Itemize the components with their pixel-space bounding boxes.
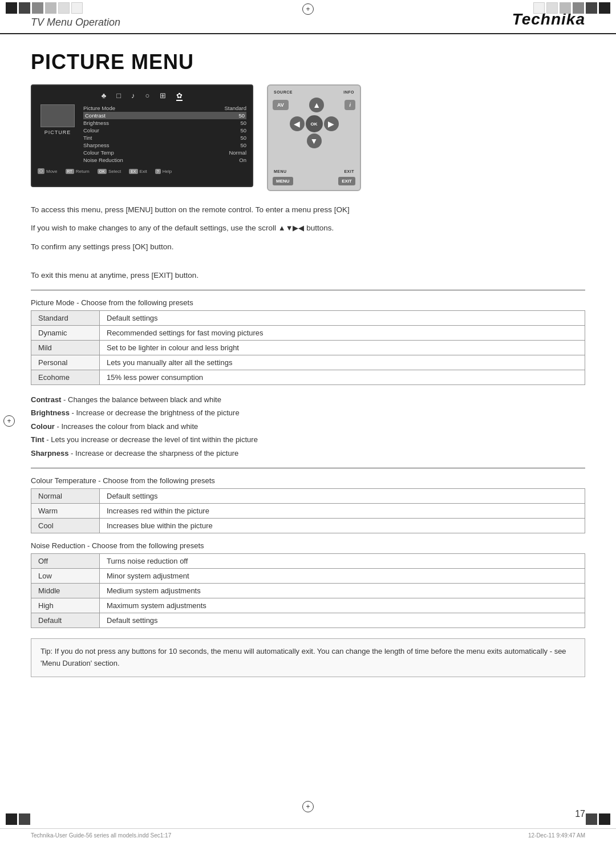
tv-row-value: 50 <box>240 142 246 148</box>
tv-row-value: 50 <box>240 120 246 126</box>
ok-button[interactable]: OK <box>306 115 323 132</box>
table-row: CoolIncreases blue within the picture <box>31 519 585 533</box>
row-name: Normal <box>31 489 100 504</box>
description-item: Contrast - Changes the balance between b… <box>31 393 585 406</box>
tv-menu-row-picturemode: Picture Mode Standard <box>83 104 246 112</box>
table-row: MiddleMedium system adjustments <box>31 584 585 598</box>
tv-menu-row-colour: Colour 50 <box>83 127 246 134</box>
desc-separator: - Changes the balance between black and … <box>61 395 221 404</box>
instruction-line3: To confirm any settings press [OK] butto… <box>31 241 585 253</box>
row-desc: Maximum system adjustments <box>100 598 585 613</box>
noise-reduction-term: Noise Reduction <box>31 541 85 550</box>
tv-menu-right-panel: Picture Mode Standard Contrast 50 Bright… <box>83 104 246 164</box>
menu-button[interactable]: MENU <box>273 177 293 185</box>
av-button[interactable]: AV <box>273 100 289 110</box>
noise-reduction-desc: Choose from the following presets <box>92 541 204 550</box>
registration-mark-top <box>302 3 314 15</box>
row-name: Middle <box>31 584 100 598</box>
instruction-line1: To access this menu, press [MENU] button… <box>31 204 585 216</box>
tv-menu-screenshot: ♣ □ ♪ ○ ⊞ ✿ PICTURE Picture Mode Standar… <box>31 84 253 187</box>
tv-row-label: Colour <box>83 127 99 133</box>
description-item: Colour - Increases the colour from black… <box>31 420 585 433</box>
table-row: OffTurns noise reduction off <box>31 554 585 569</box>
table-row: WarmIncreases red within the picture <box>31 504 585 519</box>
row-name: Default <box>31 613 100 628</box>
tv-row-label: Colour Temp <box>83 149 114 156</box>
row-desc: Increases blue within the picture <box>100 519 585 533</box>
row-name: Off <box>31 554 100 569</box>
row-name: Warm <box>31 504 100 519</box>
down-button[interactable]: ▼ <box>307 133 322 148</box>
registration-mark-bottom <box>302 801 314 812</box>
row-name: Dynamic <box>31 326 100 341</box>
info-button[interactable]: i <box>345 100 355 110</box>
main-content: PICTURE MENU ♣ □ ♪ ○ ⊞ ✿ PICTURE Picture… <box>0 34 616 700</box>
tv-footer-select: OK Select <box>98 168 121 174</box>
tv-row-label: Tint <box>83 135 92 141</box>
tv-row-value: 50 <box>240 135 246 141</box>
tv-footer-help: ? Help <box>155 168 172 174</box>
corner-marks-tr <box>533 2 610 14</box>
remote-av-row: AV ▲ i <box>273 98 355 112</box>
settings-descriptions: Contrast - Changes the balance between b… <box>31 393 585 460</box>
exit-label: EXIT <box>344 169 354 173</box>
row-desc: Set to be lighter in colour and less bri… <box>100 341 585 355</box>
row-desc: Medium system adjustments <box>100 584 585 598</box>
row-desc: Turns noise reduction off <box>100 554 585 569</box>
picture-mode-table: StandardDefault settingsDynamicRecommend… <box>31 310 585 385</box>
up-button[interactable]: ▲ <box>309 98 324 112</box>
corner-marks-br <box>586 813 610 825</box>
page-title: PICTURE MENU <box>31 50 585 74</box>
tv-row-value: 50 <box>240 127 246 133</box>
remote-menu-exit-row: MENU EXIT <box>273 177 355 185</box>
section-divider-2 <box>31 468 585 468</box>
colour-temp-section-label: Colour Temperature - Choose from the fol… <box>31 476 585 485</box>
row-name: Mild <box>31 341 100 355</box>
instruction-line2: If you wish to make changes to any of th… <box>31 222 585 234</box>
desc-term: Contrast <box>31 395 61 404</box>
picture-mode-desc-label: - <box>76 298 81 307</box>
tv-menu-row-colourtemp: Colour Temp Normal <box>83 149 246 156</box>
exit-button[interactable]: EXIT <box>338 177 355 185</box>
desc-separator: - Increase or decrease the brightness of… <box>70 408 240 417</box>
right-button[interactable]: ▶ <box>324 116 339 131</box>
row-desc: Default settings <box>100 489 585 504</box>
picture-mode-term: Picture Mode <box>31 298 75 307</box>
header-title: TV Menu Operation <box>31 17 120 29</box>
desc-separator: - Increases the colour from black and wh… <box>55 422 198 431</box>
tv-row-label: Contrast <box>85 112 106 119</box>
footer-right: 12-Dec-11 9:49:47 AM <box>528 832 585 839</box>
table-row: DynamicRecommended settings for fast mov… <box>31 326 585 341</box>
picture-mode-section-label: Picture Mode - Choose from the following… <box>31 298 585 307</box>
row-name: Standard <box>31 311 100 326</box>
row-name: Low <box>31 569 100 584</box>
table-row: HighMaximum system adjustments <box>31 598 585 613</box>
tip-text: Tip: If you do not press any buttons for… <box>40 647 566 667</box>
tv-footer-move: ⬡ Move <box>38 168 58 174</box>
remote-nav-pad: ◀ OK ▶ ▼ <box>289 116 339 166</box>
tv-menu-footer: ⬡ Move RT Return OK Select EX Exit ? Hel… <box>38 168 246 174</box>
tv-menu-icon-row: ♣ □ ♪ ○ ⊞ ✿ <box>38 91 246 101</box>
picture-mode-desc: Choose from the following presets <box>81 298 193 307</box>
row-desc: 15% less power consumption <box>100 370 585 385</box>
tv-row-label: Noise Reduction <box>83 157 123 163</box>
description-item: Sharpness - Increase or decrease the sha… <box>31 447 585 460</box>
tv-menu-row-contrast: Contrast 50 <box>83 112 246 119</box>
page-number: 17 <box>575 809 585 819</box>
table-row: Ecohome15% less power consumption <box>31 370 585 385</box>
left-button[interactable]: ◀ <box>290 116 305 131</box>
table-row: LowMinor system adjustment <box>31 569 585 584</box>
tv-row-label: Brightness <box>83 120 109 126</box>
page-footer: Technika-User Guide-56 series all models… <box>0 828 616 842</box>
registration-mark-left <box>3 415 15 427</box>
tv-menu-row-brightness: Brightness 50 <box>83 119 246 127</box>
source-label: SOURCE <box>274 90 293 94</box>
description-item: Brightness - Increase or decrease the br… <box>31 406 585 419</box>
noise-reduction-section-label: Noise Reduction - Choose from the follow… <box>31 541 585 550</box>
noise-reduction-table: OffTurns noise reduction offLowMinor sys… <box>31 553 585 628</box>
tv-menu-body: PICTURE Picture Mode Standard Contrast 5… <box>38 104 246 164</box>
desc-term: Colour <box>31 422 55 431</box>
tv-icon-display: □ <box>116 91 121 101</box>
desc-term: Tint <box>31 435 44 444</box>
colour-temp-desc: Choose from the following presets <box>103 476 215 485</box>
